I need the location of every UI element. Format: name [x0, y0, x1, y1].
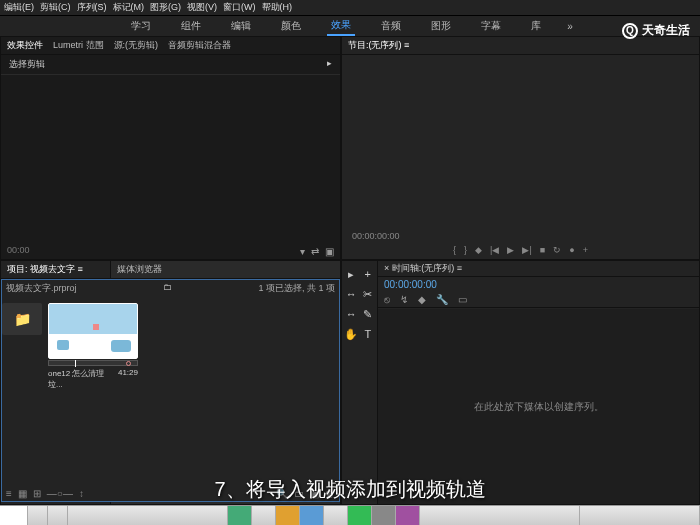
selection-info: 1 项已选择, 共 1 项	[258, 282, 335, 295]
menubar: 编辑(E) 剪辑(C) 序列(S) 标记(M) 图形(G) 视图(V) 窗口(W…	[0, 0, 700, 16]
watermark-text: 天奇生活	[642, 22, 690, 39]
tab-program[interactable]: 节目:(无序列) ≡	[348, 39, 409, 52]
taskbar[interactable]	[0, 505, 700, 525]
timeline-body[interactable]: 在此处放下媒体以创建序列。	[378, 309, 699, 504]
tab-timeline[interactable]: × 时间轴:(无序列) ≡	[384, 262, 462, 275]
folder-icon[interactable]: 🗀	[163, 282, 172, 295]
clip-thumbnail[interactable]	[48, 303, 138, 359]
project-panel-tabs: 项目: 视频去文字 ≡	[1, 261, 110, 279]
arrows-icon[interactable]: ⇄	[311, 246, 319, 257]
tab-color[interactable]: 颜色	[277, 17, 305, 35]
taskbar-item[interactable]	[396, 506, 420, 525]
taskbar-item[interactable]	[276, 506, 300, 525]
taskbar-item[interactable]	[348, 506, 372, 525]
tab-audio-clip-mixer[interactable]: 音频剪辑混合器	[168, 39, 231, 52]
link-icon[interactable]: ↯	[400, 294, 408, 305]
step-back-icon[interactable]: |◀	[490, 245, 499, 255]
tab-graphics[interactable]: 图形	[427, 17, 455, 35]
tabs-overflow-icon[interactable]: »	[567, 21, 573, 32]
newbin-icon[interactable]: ▣	[325, 246, 334, 257]
ripple-tool-icon[interactable]: ↔	[344, 285, 359, 303]
loop-icon[interactable]: ↻	[553, 245, 561, 255]
selection-tool-icon[interactable]: ▸	[344, 265, 359, 283]
menu-marker[interactable]: 标记(M)	[113, 1, 145, 14]
menu-graphics[interactable]: 图形(G)	[150, 1, 181, 14]
razor-tool-icon[interactable]: ✂	[361, 285, 376, 303]
timeline-empty-msg: 在此处放下媒体以创建序列。	[474, 400, 604, 414]
tab-project[interactable]: 项目: 视频去文字 ≡	[7, 263, 83, 276]
snap-icon[interactable]: ⎋	[384, 294, 390, 305]
tab-audio[interactable]: 音频	[377, 17, 405, 35]
timeline-timecode[interactable]: 00:00:00:00	[378, 277, 699, 292]
effects-row-select-clip[interactable]: 选择剪辑 ▸	[1, 55, 340, 75]
slip-tool-icon[interactable]: ↔	[344, 305, 359, 323]
tutorial-caption: 7、将导入视频添加到视频轨道	[0, 476, 700, 503]
taskbar-item[interactable]	[252, 506, 276, 525]
clip-item[interactable]: one12 怎么清理垃... 41:29	[48, 303, 138, 390]
taskbar-item[interactable]	[324, 506, 348, 525]
source-toolbar: ▾ ⇄ ▣	[300, 246, 334, 257]
timeline-panel-group: ▸ + ↔ ✂ ↔ ✎ ✋ T × 时间轴:(无序列) ≡ 00:00:00:0…	[341, 260, 700, 505]
taskbar-item[interactable]	[300, 506, 324, 525]
taskbar-item[interactable]	[68, 506, 228, 525]
marker-icon[interactable]: ◆	[475, 245, 482, 255]
stop-icon[interactable]: ■	[540, 245, 545, 255]
effect-controls-body: 选择剪辑 ▸	[1, 55, 340, 259]
taskbar-item[interactable]	[48, 506, 68, 525]
menu-edit[interactable]: 编辑(E)	[4, 1, 34, 14]
play-icon[interactable]: ▶	[507, 245, 514, 255]
taskbar-item[interactable]	[372, 506, 396, 525]
menu-window[interactable]: 窗口(W)	[223, 1, 256, 14]
menu-clip[interactable]: 剪辑(C)	[40, 1, 71, 14]
taskbar-spacer	[420, 506, 580, 525]
tab-lumetri-scopes[interactable]: Lumetri 范围	[53, 39, 104, 52]
source-panel-tabs: 效果控件 Lumetri 范围 源:(无剪辑) 音频剪辑混合器	[1, 37, 340, 55]
taskbar-item[interactable]	[28, 506, 48, 525]
taskbar-item[interactable]	[228, 506, 252, 525]
funnel-icon[interactable]: ▾	[300, 246, 305, 257]
taskbar-start[interactable]	[0, 506, 28, 525]
clip-scrubber[interactable]	[48, 360, 138, 366]
project-panel-group: 项目: 视频去文字 ≡ 媒体浏览器 视频去文字.prproj 🗀 1 项已选择,…	[0, 260, 341, 505]
tab-editing[interactable]: 编辑	[227, 17, 255, 35]
step-fwd-icon[interactable]: ▶|	[522, 245, 531, 255]
rec-icon[interactable]: ●	[569, 245, 574, 255]
mark-out-icon[interactable]: }	[464, 245, 467, 255]
project-panel-tabs2: 媒体浏览器	[111, 261, 340, 279]
tab-effect-controls[interactable]: 效果控件	[7, 39, 43, 52]
program-panel-tabs: 节目:(无序列) ≡	[342, 37, 699, 55]
bin-item[interactable]: 📁	[2, 303, 42, 335]
track-select-tool-icon[interactable]: +	[361, 265, 376, 283]
menu-help[interactable]: 帮助(H)	[262, 1, 293, 14]
tools-column: ▸ + ↔ ✂ ↔ ✎ ✋ T	[342, 261, 378, 504]
clip-duration: 41:29	[118, 368, 138, 390]
tab-effects[interactable]: 效果	[327, 16, 355, 36]
program-transport: { } ◆ |◀ ▶ ▶| ■ ↻ ● +	[342, 243, 699, 257]
pen-tool-icon[interactable]: ✎	[361, 305, 376, 323]
menu-view[interactable]: 视图(V)	[187, 1, 217, 14]
project-name: 视频去文字.prproj	[6, 282, 77, 295]
watermark-icon: Q	[622, 23, 638, 39]
effects-row-label: 选择剪辑	[9, 58, 45, 71]
hand-tool-icon[interactable]: ✋	[344, 325, 359, 343]
taskbar-tray[interactable]	[580, 506, 700, 525]
wrench-icon[interactable]: 🔧	[436, 294, 448, 305]
tab-source-noclip[interactable]: 源:(无剪辑)	[114, 39, 159, 52]
tab-captions[interactable]: 字幕	[477, 17, 505, 35]
plus-icon[interactable]: +	[583, 245, 588, 255]
mark-in-icon[interactable]: {	[453, 245, 456, 255]
timeline-toolbar: ⎋ ↯ ◆ 🔧 ▭	[378, 292, 699, 308]
project-header: 视频去文字.prproj 🗀 1 项已选择, 共 1 项	[2, 280, 339, 297]
menu-sequence[interactable]: 序列(S)	[77, 1, 107, 14]
type-tool-icon[interactable]: T	[361, 325, 376, 343]
program-timecode: 00:00:00:00	[352, 231, 400, 241]
tab-media-browser[interactable]: 媒体浏览器	[117, 263, 162, 276]
tab-libraries[interactable]: 库	[527, 17, 545, 35]
tab-learn[interactable]: 学习	[127, 17, 155, 35]
clip-name: one12 怎么清理垃...	[48, 368, 118, 390]
rect-icon[interactable]: ▭	[458, 294, 467, 305]
source-timecode: 00:00	[7, 245, 30, 255]
tab-assembly[interactable]: 组件	[177, 17, 205, 35]
timeline-panel: × 时间轴:(无序列) ≡ 00:00:00:00 ⎋ ↯ ◆ 🔧 ▭ 在此处放…	[378, 261, 699, 504]
marker2-icon[interactable]: ◆	[418, 294, 426, 305]
